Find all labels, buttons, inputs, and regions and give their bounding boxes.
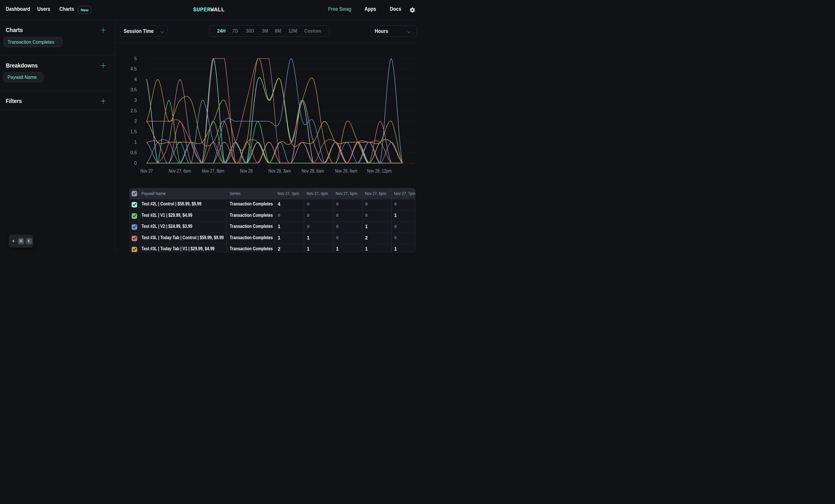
svg-text:Nov 28, 9am: Nov 28, 9am: [335, 168, 357, 173]
svg-text:Nov 27: Nov 27: [140, 168, 153, 173]
svg-text:4.5: 4.5: [130, 66, 137, 71]
svg-text:Nov 28, 3am: Nov 28, 3am: [268, 168, 291, 173]
svg-text:2: 2: [134, 119, 137, 124]
svg-text:4: 4: [134, 77, 137, 82]
svg-text:2.5: 2.5: [130, 108, 137, 113]
svg-text:Nov 27, 9pm: Nov 27, 9pm: [202, 168, 224, 173]
svg-text:0: 0: [134, 161, 137, 166]
svg-text:Nov 28: Nov 28: [240, 168, 253, 173]
svg-text:Nov 27, 6pm: Nov 27, 6pm: [168, 168, 191, 173]
svg-text:1.5: 1.5: [130, 129, 137, 134]
svg-text:Nov 28, 6am: Nov 28, 6am: [302, 168, 324, 173]
svg-text:Nov 28, 12pm: Nov 28, 12pm: [367, 168, 392, 173]
svg-text:0.5: 0.5: [130, 150, 137, 155]
svg-text:3.5: 3.5: [130, 87, 137, 92]
svg-text:3: 3: [134, 98, 137, 103]
svg-text:1: 1: [134, 140, 137, 145]
svg-text:5: 5: [134, 56, 137, 61]
